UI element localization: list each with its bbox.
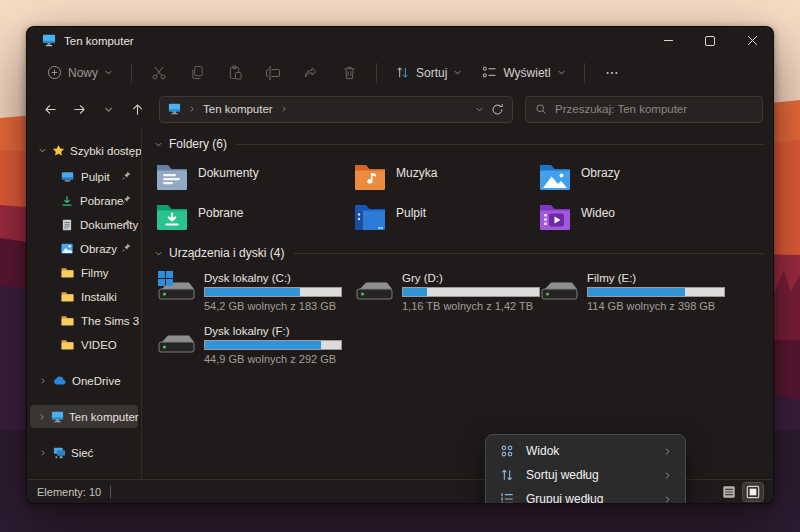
- drive-usage-bar: [204, 287, 342, 297]
- sidebar-item-the-sims-3[interactable]: The Sims 3: [30, 309, 138, 332]
- chevron-down-icon: [154, 140, 163, 149]
- folder-tile-dokumenty[interactable]: Dokumenty: [154, 161, 352, 192]
- group-list-icon: [499, 492, 515, 504]
- drive-free-space: 114 GB wolnych z 398 GB: [587, 300, 725, 312]
- sidebar-item-this-pc[interactable]: Ten komputer: [30, 405, 138, 428]
- windows-logo-icon: [158, 271, 173, 290]
- view-button[interactable]: Wyświetl: [474, 60, 573, 85]
- hard-drive-icon: [539, 272, 579, 312]
- drive-name: Dysk lokalny (C:): [204, 272, 342, 284]
- navigation-pane: Szybki dostęp Pulpit Pobrane Dokumenty O…: [27, 127, 141, 479]
- sidebar-item-instalki[interactable]: Instalki: [30, 285, 138, 308]
- copy-icon[interactable]: [180, 60, 214, 86]
- folder-tile-muzyka[interactable]: Muzyka: [352, 161, 537, 192]
- delete-icon[interactable]: [332, 60, 366, 86]
- sidebar-item-obrazy[interactable]: Obrazy: [30, 237, 138, 260]
- search-box[interactable]: [525, 96, 763, 123]
- window-title: Ten komputer: [64, 35, 134, 47]
- sidebar-item-video[interactable]: VIDEO: [30, 333, 138, 356]
- chevron-right-icon[interactable]: [38, 377, 48, 385]
- large-icons-view-icon[interactable]: [743, 483, 763, 501]
- folder-tile-pobrane[interactable]: Pobrane: [154, 201, 352, 232]
- address-bar[interactable]: Ten komputer: [159, 96, 513, 123]
- sidebar-item-onedrive[interactable]: OneDrive: [30, 369, 138, 392]
- sidebar-item-pobrane[interactable]: Pobrane: [30, 189, 138, 212]
- sort-button[interactable]: Sortuj: [387, 60, 470, 85]
- folder-tile-pulpit[interactable]: Pulpit: [352, 201, 537, 232]
- view-toggles: [719, 483, 763, 501]
- more-commands-icon[interactable]: [595, 60, 629, 86]
- pictures-icon: [61, 243, 73, 254]
- onedrive-icon: [53, 376, 67, 385]
- pin-icon: [122, 194, 131, 206]
- chevron-right-icon[interactable]: [38, 449, 48, 457]
- context-menu: Widok Sortuj według Grupuj według: [485, 434, 686, 504]
- view-grid-icon: [499, 444, 515, 458]
- folder-tile-wideo[interactable]: Wideo: [537, 201, 767, 232]
- drive-tile-f[interactable]: Dysk lokalny (F:) 44,9 GB wolnych z 292 …: [154, 323, 352, 367]
- address-dropdown-icon[interactable]: [475, 105, 484, 114]
- close-button[interactable]: [731, 27, 773, 54]
- menu-item-sortuj-wedlug[interactable]: Sortuj według: [490, 463, 681, 487]
- recent-locations-button[interactable]: [95, 96, 122, 122]
- folders-group-header[interactable]: Foldery (6): [154, 137, 767, 151]
- chevron-right-icon[interactable]: [38, 413, 46, 421]
- up-button[interactable]: [124, 96, 151, 122]
- sidebar-item-filmy[interactable]: Filmy: [30, 261, 138, 284]
- paste-icon[interactable]: [218, 60, 252, 86]
- this-pc-icon: [51, 411, 64, 423]
- chevron-down-icon[interactable]: [38, 146, 47, 155]
- drives-group-header[interactable]: Urządzenia i dyski (4): [154, 246, 767, 260]
- details-view-icon[interactable]: [719, 483, 739, 501]
- drive-free-space: 44,9 GB wolnych z 292 GB: [204, 353, 342, 365]
- search-input[interactable]: [555, 103, 753, 115]
- cut-icon[interactable]: [142, 60, 176, 86]
- back-button[interactable]: [37, 96, 64, 122]
- pin-icon: [122, 170, 131, 182]
- chevron-down-icon: [453, 68, 462, 77]
- desktop-icon: [61, 171, 74, 183]
- drive-usage-bar: [204, 340, 342, 350]
- downloads-folder-icon: [156, 203, 188, 230]
- new-button[interactable]: Nowy: [39, 60, 121, 85]
- network-icon: [53, 447, 66, 459]
- forward-button[interactable]: [66, 96, 93, 122]
- chevron-down-icon: [154, 249, 163, 258]
- this-pc-icon: [168, 103, 181, 115]
- rename-icon[interactable]: [256, 60, 290, 86]
- drive-name: Filmy (E:): [587, 272, 725, 284]
- chevron-right-icon: [280, 105, 288, 113]
- submenu-chevron-icon: [663, 495, 672, 504]
- sidebar-item-dokumenty[interactable]: Dokumenty: [30, 213, 138, 236]
- sidebar-item-pulpit[interactable]: Pulpit: [30, 165, 138, 188]
- drive-tile-d[interactable]: Gry (D:) 1,16 TB wolnych z 1,42 TB: [352, 270, 537, 314]
- downloads-icon: [61, 195, 73, 207]
- title-bar: Ten komputer: [27, 27, 773, 54]
- chevron-right-icon: [188, 105, 196, 113]
- desktop-folder-icon: [354, 203, 386, 230]
- sidebar-item-network[interactable]: Sieć: [30, 441, 138, 464]
- this-pc-icon: [42, 34, 56, 47]
- navigation-bar: Ten komputer: [27, 91, 773, 127]
- folder-icon: [61, 291, 74, 302]
- minimize-button[interactable]: [647, 27, 689, 54]
- documents-folder-icon: [156, 163, 188, 190]
- share-icon[interactable]: [294, 60, 328, 86]
- status-divider: [110, 486, 111, 498]
- drive-tile-e[interactable]: Filmy (E:) 114 GB wolnych z 398 GB: [537, 270, 767, 314]
- refresh-icon[interactable]: [491, 103, 504, 116]
- sort-arrows-icon: [499, 468, 515, 482]
- files-view: Foldery (6) Dokumenty Muzyka Obrazy: [142, 127, 773, 479]
- drive-usage-bar: [402, 287, 540, 297]
- drive-tile-c[interactable]: Dysk lokalny (C:) 54,2 GB wolnych z 183 …: [154, 270, 352, 314]
- sidebar-quick-access[interactable]: Szybki dostęp: [30, 139, 138, 162]
- menu-item-grupuj-wedlug[interactable]: Grupuj według: [490, 487, 681, 504]
- command-toolbar: Nowy Sortuj Wyświetl: [27, 54, 773, 91]
- hard-drive-icon: [354, 272, 394, 312]
- folder-tile-obrazy[interactable]: Obrazy: [537, 161, 767, 192]
- breadcrumb[interactable]: Ten komputer: [203, 103, 273, 115]
- menu-item-widok[interactable]: Widok: [490, 439, 681, 463]
- drives-grid: Dysk lokalny (C:) 54,2 GB wolnych z 183 …: [154, 270, 767, 367]
- hard-drive-icon: [156, 325, 196, 365]
- maximize-button[interactable]: [689, 27, 731, 54]
